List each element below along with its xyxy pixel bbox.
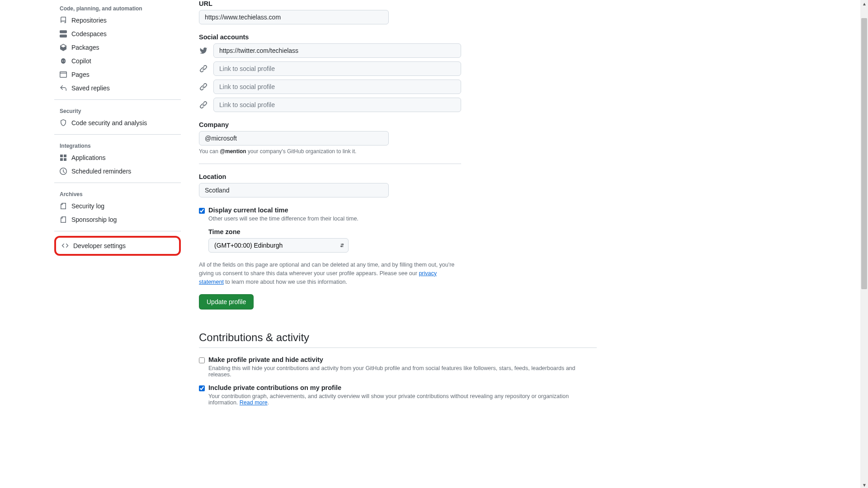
sidebar-item-code-security[interactable]: Code security and analysis [54,116,181,130]
sidebar-item-security-log[interactable]: Security log [54,199,181,213]
sidebar-item-label: Sponsorship log [71,216,117,223]
sidebar-item-label: Repositories [71,17,107,24]
company-label: Company [199,121,597,128]
sidebar-section-security: Security [54,104,181,116]
sidebar-divider [54,231,181,231]
sidebar-item-repositories[interactable]: Repositories [54,14,181,27]
company-field-group: Company You can @mention your company's … [199,121,597,155]
clock-icon [60,168,67,175]
location-field-group: Location [199,173,597,197]
sidebar-item-label: Codespaces [71,30,107,38]
scrollbar[interactable]: ▲ ▼ [860,0,868,412]
sidebar-item-scheduled-reminders[interactable]: Scheduled reminders [54,164,181,178]
copilot-icon [60,57,67,65]
sidebar-item-label: Security log [71,202,104,210]
divider [199,164,461,164]
localtime-desc: Other users will see the time difference… [208,216,597,222]
log-icon [60,202,67,210]
sidebar-item-packages[interactable]: Packages [54,41,181,54]
sidebar-divider [54,134,181,135]
sidebar-item-developer-settings[interactable]: Developer settings [60,240,175,251]
localtime-check-row: Display current local time [199,206,597,214]
sidebar-item-label: Pages [71,71,90,78]
include-private-label[interactable]: Include private contributions on my prof… [208,384,341,391]
include-private-desc: Your contribution graph, achievements, a… [208,393,597,406]
social-input-2[interactable] [213,61,461,76]
url-label: URL [199,0,597,7]
include-private-check-row: Include private contributions on my prof… [199,384,597,391]
social-input-3[interactable] [213,80,461,94]
codespaces-icon [60,30,67,38]
section-underline [199,347,597,348]
sidebar-item-codespaces[interactable]: Codespaces [54,27,181,41]
browser-icon [60,71,67,78]
timezone-select[interactable]: (GMT+00:00) Edinburgh [208,238,349,253]
social-field-group: Social accounts [199,33,597,112]
sidebar-section-archives: Archives [54,188,181,199]
sidebar-item-label: Saved replies [71,84,110,92]
sidebar-item-copilot[interactable]: Copilot [54,54,181,68]
social-input-4[interactable] [213,98,461,112]
reply-icon [60,84,67,92]
link-icon [199,82,208,91]
sidebar-item-label: Applications [71,154,106,161]
read-more-link[interactable]: Read more [240,399,268,406]
sidebar-item-label: Developer settings [73,242,126,249]
link-icon [199,100,208,109]
settings-sidebar: Code, planning, and automation Repositor… [54,0,181,412]
location-input[interactable] [199,183,389,197]
sidebar-divider [54,183,181,183]
timezone-label: Time zone [208,228,597,235]
package-icon [60,44,67,51]
sidebar-item-label: Scheduled reminders [71,168,131,175]
sidebar-item-applications[interactable]: Applications [54,151,181,164]
sidebar-section-code: Code, planning, and automation [54,2,181,14]
highlight-annotation: Developer settings [54,236,181,256]
company-help: You can @mention your company's GitHub o… [199,148,597,155]
sidebar-item-sponsorship-log[interactable]: Sponsorship log [54,213,181,226]
sidebar-item-saved-replies[interactable]: Saved replies [54,81,181,95]
social-label: Social accounts [199,33,597,41]
shield-icon [60,119,67,127]
url-field-group: URL [199,0,597,24]
url-input[interactable] [199,10,389,24]
settings-main: URL Social accounts Company [199,0,597,412]
location-label: Location [199,173,597,180]
contributions-title: Contributions & activity [199,331,597,344]
repo-icon [60,17,67,24]
sidebar-item-pages[interactable]: Pages [54,68,181,81]
link-icon [199,64,208,73]
update-profile-button[interactable]: Update profile [199,294,254,310]
private-profile-check-row: Make profile private and hide activity [199,356,597,363]
social-input-1[interactable] [213,43,461,58]
include-private-checkbox[interactable] [199,385,205,391]
privacy-note: All of the fields on this page are optio… [199,261,459,286]
localtime-check-label[interactable]: Display current local time [208,206,288,214]
sidebar-divider [54,99,181,100]
timezone-field-group: Time zone (GMT+00:00) Edinburgh ⇵ [208,228,597,253]
private-profile-checkbox[interactable] [199,357,205,363]
twitter-icon [199,46,208,55]
sidebar-item-label: Copilot [71,57,91,65]
localtime-checkbox[interactable] [199,208,205,214]
private-profile-desc: Enabling this will hide your contributio… [208,365,597,378]
sidebar-item-label: Packages [71,44,99,51]
company-input[interactable] [199,131,389,145]
apps-icon [60,154,67,161]
scroll-up-icon[interactable]: ▲ [862,1,866,5]
log-icon [60,216,67,223]
sidebar-section-integrations: Integrations [54,139,181,151]
private-profile-label[interactable]: Make profile private and hide activity [208,356,323,363]
code-icon [61,242,69,249]
sidebar-item-label: Code security and analysis [71,119,147,127]
scrollbar-thumb[interactable] [861,18,867,289]
